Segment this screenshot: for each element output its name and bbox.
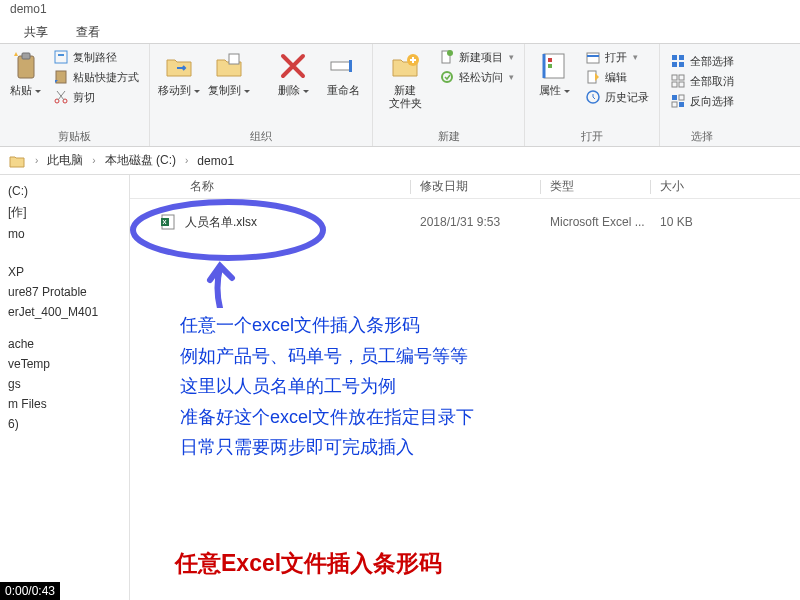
svg-rect-2 (55, 51, 67, 63)
svg-rect-23 (679, 62, 684, 67)
edit-icon (585, 69, 601, 85)
file-name: 人员名单.xlsx (185, 214, 257, 231)
folder-icon (8, 152, 26, 170)
edit-button[interactable]: 编辑 (581, 68, 653, 86)
paste-button[interactable]: 粘贴 (6, 48, 45, 97)
chevron-right-icon[interactable]: › (89, 155, 98, 166)
svg-rect-4 (56, 71, 66, 83)
svg-rect-21 (679, 55, 684, 60)
crumb-this-pc[interactable]: 此电脑 (47, 152, 83, 169)
chevron-right-icon[interactable]: › (32, 155, 41, 166)
svg-rect-8 (331, 62, 351, 70)
sidebar-item[interactable]: XP (0, 262, 129, 282)
ribbon-group-clipboard: 粘贴 复制路径 粘贴快捷方式 剪切 剪贴板 (0, 44, 150, 146)
chevron-right-icon[interactable]: › (182, 155, 191, 166)
svg-rect-24 (672, 75, 677, 80)
paste-shortcut-button[interactable]: 粘贴快捷方式 (49, 68, 143, 86)
select-all-button[interactable]: 全部选择 (666, 52, 738, 70)
column-name[interactable]: 名称 (190, 178, 214, 195)
ribbon-group-select: 全部选择 全部取消 反向选择 选择 (660, 44, 744, 146)
clipboard-label: 剪贴板 (6, 127, 143, 144)
copy-path-icon (53, 49, 69, 65)
sidebar-item[interactable]: ure87 Protable (0, 282, 129, 302)
new-folder-button[interactable]: 新建 文件夹 (379, 48, 431, 110)
svg-point-12 (447, 50, 453, 56)
svg-rect-20 (672, 55, 677, 60)
select-all-icon (670, 53, 686, 69)
sidebar-item[interactable]: veTemp (0, 354, 129, 374)
sidebar-item[interactable]: erJet_400_M401 (0, 302, 129, 322)
svg-rect-9 (349, 60, 352, 72)
properties-icon (538, 50, 570, 82)
column-headers: 名称 修改日期 类型 大小 (130, 175, 800, 199)
file-size: 10 KB (660, 215, 693, 229)
delete-button[interactable]: 删除 (270, 48, 316, 97)
file-list-area: 名称 修改日期 类型 大小 人员名单.xlsx 2018/1/31 9:53 M… (130, 175, 800, 600)
column-date[interactable]: 修改日期 (420, 178, 468, 195)
title-bar: demo1 (0, 0, 800, 20)
ribbon-group-new: 新建 文件夹 新建项目▾ 轻松访问▾ 新建 (373, 44, 525, 146)
easy-access-button[interactable]: 轻松访问▾ (435, 68, 518, 86)
svg-point-13 (442, 72, 452, 82)
svg-rect-3 (58, 54, 64, 56)
invert-selection-button[interactable]: 反向选择 (666, 92, 738, 110)
tab-share[interactable]: 共享 (10, 20, 62, 43)
file-type: Microsoft Excel ... (550, 215, 645, 229)
move-to-button[interactable]: 移动到 (156, 48, 202, 97)
column-type[interactable]: 类型 (550, 178, 574, 195)
cut-icon (53, 89, 69, 105)
svg-rect-25 (679, 75, 684, 80)
organize-label: 组织 (156, 127, 366, 144)
window-title: demo1 (10, 2, 47, 16)
new-folder-icon (389, 50, 421, 82)
tab-view[interactable]: 查看 (62, 20, 114, 43)
history-icon (585, 89, 601, 105)
sidebar-item[interactable]: m Files (0, 394, 129, 414)
select-none-button[interactable]: 全部取消 (666, 72, 738, 90)
sidebar-item[interactable]: gs (0, 374, 129, 394)
file-row[interactable]: 人员名单.xlsx 2018/1/31 9:53 Microsoft Excel… (130, 211, 800, 233)
sidebar-item[interactable]: (C:) (0, 181, 129, 201)
svg-rect-7 (229, 54, 239, 64)
svg-rect-14 (544, 54, 564, 78)
sidebar-item[interactable]: [作] (0, 201, 129, 224)
new-item-icon (439, 49, 455, 65)
sidebar-item[interactable]: ache (0, 334, 129, 354)
svg-rect-31 (679, 102, 684, 107)
svg-rect-30 (672, 102, 677, 107)
column-size[interactable]: 大小 (660, 178, 684, 195)
copy-to-button[interactable]: 复制到 (206, 48, 252, 97)
svg-rect-18 (588, 71, 596, 83)
svg-rect-15 (548, 58, 552, 62)
sidebar-nav: (C:) [作] mo XP ure87 Protable erJet_400_… (0, 175, 130, 600)
ribbon-group-organize: 移动到 复制到 删除 重命名 组织 (150, 44, 373, 146)
cut-button[interactable]: 剪切 (49, 88, 143, 106)
open-label: 打开 (531, 127, 653, 144)
main-area: (C:) [作] mo XP ure87 Protable erJet_400_… (0, 175, 800, 600)
svg-rect-16 (548, 64, 552, 68)
history-button[interactable]: 历史记录 (581, 88, 653, 106)
new-item-button[interactable]: 新建项目▾ (435, 48, 518, 66)
address-bar[interactable]: › 此电脑 › 本地磁盘 (C:) › demo1 (0, 147, 800, 175)
svg-rect-29 (679, 95, 684, 100)
move-to-icon (163, 50, 195, 82)
easy-access-icon (439, 69, 455, 85)
paste-shortcut-icon (53, 69, 69, 85)
video-timestamp: 0:00/0:43 (0, 582, 60, 600)
sidebar-item[interactable]: 6) (0, 414, 129, 434)
svg-rect-26 (672, 82, 677, 87)
rename-icon (327, 50, 359, 82)
copy-path-button[interactable]: 复制路径 (49, 48, 143, 66)
ribbon: 粘贴 复制路径 粘贴快捷方式 剪切 剪贴板 (0, 44, 800, 147)
properties-button[interactable]: 属性 (531, 48, 577, 97)
ribbon-tabs: 共享 查看 (0, 20, 800, 44)
crumb-drive[interactable]: 本地磁盘 (C:) (105, 152, 176, 169)
open-button[interactable]: 打开▾ (581, 48, 653, 66)
sidebar-item[interactable]: mo (0, 224, 129, 244)
svg-rect-28 (672, 95, 677, 100)
excel-file-icon (160, 214, 176, 230)
copy-to-icon (213, 50, 245, 82)
paste-icon (10, 50, 42, 82)
rename-button[interactable]: 重命名 (320, 48, 366, 97)
crumb-folder[interactable]: demo1 (197, 154, 234, 168)
